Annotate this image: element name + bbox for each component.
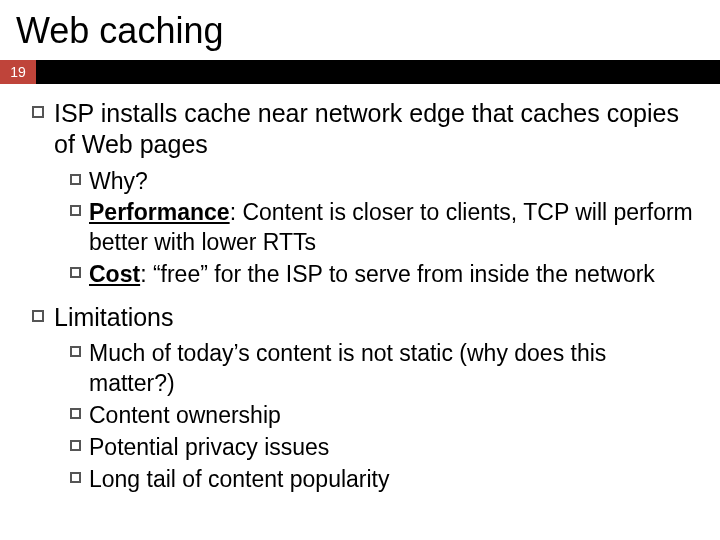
sub-list: Much of today’s content is not static (w… xyxy=(32,339,698,494)
list-item: Potential privacy issues xyxy=(70,433,698,463)
list-item: Content ownership xyxy=(70,401,698,431)
square-bullet-icon xyxy=(32,310,44,322)
list-item-text: Potential privacy issues xyxy=(89,433,329,463)
list-item: Limitations xyxy=(32,302,698,333)
list-item: Performance: Content is closer to client… xyxy=(70,198,698,258)
square-bullet-icon xyxy=(70,267,81,278)
slide-title: Web caching xyxy=(0,0,720,60)
square-bullet-icon xyxy=(70,408,81,419)
square-bullet-icon xyxy=(70,440,81,451)
square-bullet-icon xyxy=(32,106,44,118)
list-item: Long tail of content popularity xyxy=(70,465,698,495)
list-item-text: ISP installs cache near network edge tha… xyxy=(54,98,698,161)
list-item-text: Long tail of content popularity xyxy=(89,465,389,495)
list-item-text: Limitations xyxy=(54,302,174,333)
list-item-text: Why? xyxy=(89,167,148,197)
list-item-text: Content ownership xyxy=(89,401,281,431)
list-item: ISP installs cache near network edge tha… xyxy=(32,98,698,161)
square-bullet-icon xyxy=(70,472,81,483)
list-item: Cost: “free” for the ISP to serve from i… xyxy=(70,260,698,290)
sub-list: Why? Performance: Content is closer to c… xyxy=(32,167,698,291)
list-item-text: Performance: Content is closer to client… xyxy=(89,198,698,258)
list-item-text: Cost: “free” for the ISP to serve from i… xyxy=(89,260,655,290)
square-bullet-icon xyxy=(70,174,81,185)
header-bar: 19 xyxy=(0,60,720,84)
page-number-badge: 19 xyxy=(0,60,36,84)
slide-body: ISP installs cache near network edge tha… xyxy=(0,84,720,495)
list-item-text: Much of today’s content is not static (w… xyxy=(89,339,698,399)
list-item: Why? xyxy=(70,167,698,197)
square-bullet-icon xyxy=(70,205,81,216)
list-item: Much of today’s content is not static (w… xyxy=(70,339,698,399)
square-bullet-icon xyxy=(70,346,81,357)
header-bar-fill xyxy=(36,60,720,84)
